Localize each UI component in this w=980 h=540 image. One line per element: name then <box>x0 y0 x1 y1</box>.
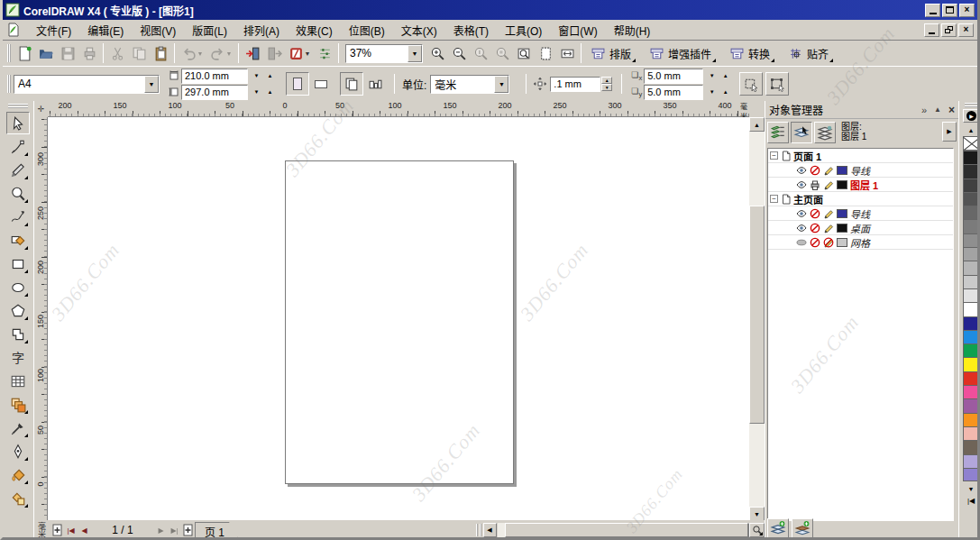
minimize-button[interactable] <box>925 4 940 17</box>
add-page-start-button[interactable] <box>50 523 64 537</box>
polygon-tool[interactable] <box>6 299 30 322</box>
zoom-page-button[interactable] <box>535 42 556 64</box>
add-page-end-button[interactable] <box>181 523 195 537</box>
docker-flyout-icon[interactable]: ▶ <box>942 122 957 142</box>
palette-grip[interactable] <box>965 103 977 107</box>
doc-minimize-button[interactable] <box>924 23 939 37</box>
rectangle-tool-flyout-icon[interactable] <box>24 270 28 273</box>
polygon-tool-flyout-icon[interactable] <box>24 316 28 320</box>
nudge-down-icon[interactable]: ▼ <box>601 84 612 91</box>
paper-height-down-icon[interactable]: ▼ <box>250 85 263 99</box>
paper-preset-dropdown-icon[interactable]: ▼ <box>144 76 159 93</box>
dup-x-up-icon[interactable]: ▲ <box>719 69 732 83</box>
tree-layer-row[interactable]: 图层 1 <box>768 178 953 192</box>
redo-button-dropdown-icon[interactable]: ▼ <box>226 50 233 57</box>
palette-scroll-up-icon[interactable]: ▲ <box>963 124 979 136</box>
editable-icon[interactable] <box>822 165 835 176</box>
printable-icon[interactable] <box>809 179 821 190</box>
color-swatch[interactable] <box>963 302 979 316</box>
smart-fill-tool-flyout-icon[interactable] <box>24 246 28 250</box>
new-button[interactable] <box>14 42 35 64</box>
rectangle-tool[interactable] <box>6 252 30 275</box>
menu-编辑e[interactable]: 编辑(E) <box>79 20 132 41</box>
layer-color-swatch[interactable] <box>837 180 847 189</box>
menu-工具o[interactable]: 工具(O) <box>497 20 550 41</box>
color-swatch[interactable] <box>963 357 979 371</box>
paper-height-up-icon[interactable]: ▲ <box>263 85 277 99</box>
visibility-icon[interactable] <box>795 165 808 176</box>
paper-preset-combo[interactable]: A4 ▼ <box>14 75 160 94</box>
current-page-button[interactable] <box>363 72 387 96</box>
nudge-offset-field[interactable]: .1 mm <box>550 77 600 92</box>
scroll-left-icon[interactable]: ◀ <box>483 523 497 537</box>
visibility-icon[interactable] <box>795 223 808 233</box>
horizontal-ruler[interactable]: 20015010050050100150200250300350400毫米 <box>48 101 749 117</box>
maximize-button[interactable] <box>942 4 957 17</box>
eyedropper-tool-flyout-icon[interactable] <box>24 434 28 437</box>
blend-tool[interactable] <box>6 393 30 416</box>
import-button[interactable] <box>242 42 263 64</box>
collapse-icon[interactable]: − <box>770 195 778 203</box>
complex-objects-button[interactable] <box>765 72 789 96</box>
non-printable-icon[interactable] <box>809 165 821 176</box>
layer-color-swatch[interactable] <box>837 224 847 233</box>
shape-tool-flyout-icon[interactable] <box>24 152 28 156</box>
ellipse-tool[interactable] <box>6 276 30 298</box>
no-color-swatch[interactable] <box>963 136 979 151</box>
open-button[interactable] <box>35 42 57 64</box>
layer-color-swatch[interactable] <box>837 209 847 218</box>
editable-icon[interactable] <box>822 208 835 219</box>
paper-width-up-icon[interactable]: ▲ <box>263 69 277 83</box>
color-swatch[interactable] <box>963 219 979 233</box>
horizontal-scroll-thumb[interactable] <box>505 523 748 537</box>
color-swatch[interactable] <box>963 192 979 206</box>
menu-版面l[interactable]: 版面(L) <box>184 20 235 41</box>
basic-shapes-tool-flyout-icon[interactable] <box>24 340 28 343</box>
color-swatch[interactable] <box>963 288 979 302</box>
doc-restore-button[interactable] <box>941 23 957 37</box>
convert-docker-button[interactable]: 转换 <box>723 42 776 64</box>
vertical-ruler[interactable]: 300250200150100500 <box>34 117 48 520</box>
menu-视图v[interactable]: 视图(V) <box>132 20 184 41</box>
color-swatch[interactable] <box>963 454 979 468</box>
smart-fill-tool[interactable] <box>6 229 30 252</box>
locked-icon[interactable] <box>822 237 835 248</box>
freehand-tool[interactable] <box>6 206 30 228</box>
docker-expand-icon[interactable]: » <box>921 105 927 115</box>
color-swatch[interactable] <box>963 330 979 343</box>
drawing-canvas[interactable] <box>48 117 749 520</box>
menu-帮助h[interactable]: 帮助(H) <box>606 20 659 41</box>
color-swatch[interactable] <box>963 151 979 164</box>
options-button[interactable] <box>314 42 335 64</box>
color-swatch[interactable] <box>963 413 979 426</box>
zoom-all-button[interactable] <box>513 42 535 64</box>
color-swatch[interactable] <box>963 247 979 261</box>
palette-scroll-down-icon[interactable]: ▼ <box>963 483 979 495</box>
doc-close-button[interactable]: × <box>958 23 974 37</box>
color-swatch[interactable] <box>963 178 979 192</box>
crop-tool-flyout-icon[interactable] <box>24 176 28 179</box>
undo-button-dropdown-icon[interactable]: ▼ <box>197 50 204 57</box>
snap-docker-button[interactable]: 贴齐 <box>782 42 835 64</box>
ellipse-tool-flyout-icon[interactable] <box>24 293 28 297</box>
menu-窗口w[interactable]: 窗口(W) <box>550 20 605 41</box>
landscape-button[interactable] <box>309 72 333 96</box>
color-swatch[interactable] <box>963 233 979 247</box>
export-button[interactable] <box>263 42 285 64</box>
visibility-off-icon[interactable] <box>795 237 808 248</box>
layer-color-swatch[interactable] <box>837 166 847 175</box>
layer-manager-view-button[interactable] <box>814 122 836 143</box>
color-swatch[interactable] <box>963 440 979 453</box>
ruler-origin[interactable]: ✛ <box>34 101 48 117</box>
color-swatch[interactable] <box>963 275 979 288</box>
paper-width-down-icon[interactable]: ▼ <box>250 69 263 83</box>
all-pages-button[interactable] <box>340 72 363 96</box>
duplicate-x-field[interactable]: 5.0 mm <box>644 69 703 84</box>
portrait-button[interactable] <box>286 72 309 96</box>
propbar-grip[interactable] <box>7 75 11 93</box>
blend-tool-flyout-icon[interactable] <box>24 410 28 414</box>
interactive-fill-tool[interactable] <box>6 487 30 509</box>
menu-文本x[interactable]: 文本(X) <box>393 20 445 41</box>
tree-layer-row[interactable]: 网格 <box>768 235 953 250</box>
toolbar-grip[interactable] <box>7 44 11 62</box>
